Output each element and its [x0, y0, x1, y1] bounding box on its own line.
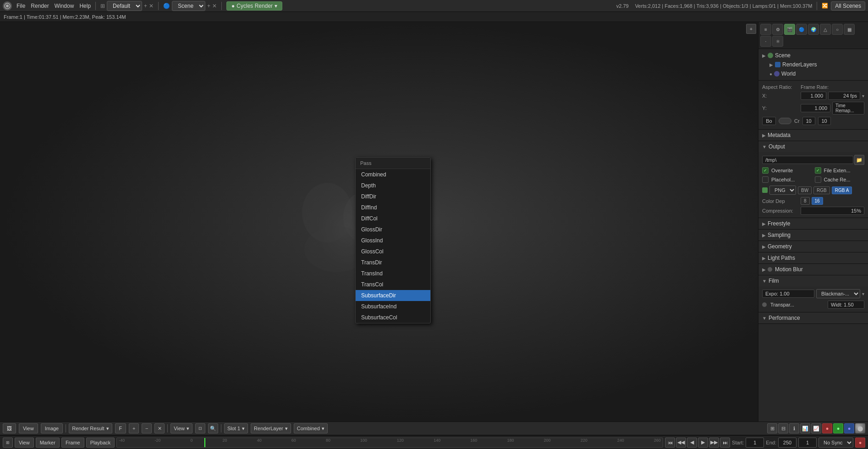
- sphere-icon[interactable]: ⬤: [855, 423, 865, 433]
- file-exten-check[interactable]: ✓: [815, 167, 821, 174]
- ball-icon[interactable]: ●: [844, 423, 854, 433]
- current-frame-input[interactable]: [798, 438, 817, 448]
- pass-item-subsurfaceind[interactable]: SubsurfaceInd: [356, 301, 430, 312]
- img-close-btn[interactable]: ✕: [154, 423, 165, 433]
- scene-close[interactable]: ✕: [212, 3, 217, 9]
- jump-end-btn[interactable]: ⏭: [720, 438, 730, 448]
- format-dropdown[interactable]: PNG: [769, 186, 796, 195]
- tl-ruler[interactable]: -40 -20 0 20 40 60 80 100 120 140 160 18…: [116, 438, 663, 448]
- bo-toggle[interactable]: [779, 118, 791, 124]
- workspace-add[interactable]: +: [144, 3, 147, 9]
- app-icon[interactable]: [3, 1, 12, 11]
- expand-btn[interactable]: +: [746, 24, 756, 34]
- scene-add[interactable]: +: [207, 3, 210, 9]
- zoom-icon[interactable]: 🔍: [208, 423, 218, 433]
- menu-help[interactable]: Help: [79, 3, 91, 9]
- compression-val[interactable]: 15%: [801, 207, 864, 215]
- panel-tab-scene[interactable]: 🔵: [796, 24, 807, 35]
- pass-item-transind[interactable]: TransInd: [356, 268, 430, 279]
- pass-item-glossind[interactable]: GlossInd: [356, 235, 430, 246]
- expand-icon[interactable]: +: [746, 24, 756, 34]
- bw-btn[interactable]: BW: [798, 186, 812, 194]
- performance-section[interactable]: ▼ Performance: [758, 312, 868, 324]
- zoom-fit-btn[interactable]: ⊡: [195, 423, 205, 433]
- render-area[interactable]: + Pass Combined Depth DiffDir DiffInd Di…: [0, 22, 758, 422]
- pass-item-subsurfacecol[interactable]: SubsurfaceCol: [356, 312, 430, 323]
- scene-dropdown[interactable]: Scene: [172, 1, 205, 11]
- tl-view-btn[interactable]: View: [15, 438, 34, 448]
- next-frame-btn[interactable]: ▶▶: [709, 438, 719, 448]
- sampling-section[interactable]: ▶ Sampling: [758, 230, 868, 241]
- x-value[interactable]: 1.000: [801, 92, 826, 100]
- play-btn[interactable]: ▶: [698, 438, 708, 448]
- jump-start-btn[interactable]: ⏮: [665, 438, 675, 448]
- scope-icon[interactable]: 📈: [811, 423, 821, 433]
- panel-tab-physics[interactable]: ⚛: [772, 36, 783, 47]
- val2[interactable]: 10: [818, 117, 831, 125]
- widt-value[interactable]: Widt: 1.50: [828, 301, 864, 309]
- panel-tab-particles[interactable]: ·: [760, 36, 771, 47]
- workspace-dropdown[interactable]: Default: [107, 1, 142, 11]
- area-type-btn[interactable]: 🖼: [3, 423, 16, 433]
- panel-tab-texture[interactable]: ▦: [844, 24, 855, 35]
- color-dep-8[interactable]: 8: [801, 197, 810, 205]
- tree-item-renderlayers[interactable]: ▶ RenderLayers: [758, 60, 868, 69]
- overwrite-check[interactable]: ✓: [762, 167, 769, 174]
- output-path[interactable]: [762, 156, 853, 164]
- time-remap[interactable]: Time Remap...: [832, 102, 864, 115]
- tree-item-world[interactable]: ● World: [758, 69, 868, 78]
- play-icon[interactable]: ●: [833, 423, 843, 433]
- motion-blur-section[interactable]: ▶ Motion Blur: [758, 264, 868, 275]
- prev-keyframe-btn[interactable]: ◀◀: [676, 438, 686, 448]
- rgb-btn[interactable]: RGB: [813, 186, 830, 194]
- pass-item-glossdir[interactable]: GlossDir: [356, 224, 430, 235]
- light-paths-section[interactable]: ▶ Light Paths: [758, 252, 868, 264]
- folder-btn[interactable]: 📁: [854, 155, 864, 165]
- fps-arrow[interactable]: ▾: [862, 93, 864, 99]
- end-input[interactable]: [778, 438, 797, 448]
- pass-item-transcol[interactable]: TransCol: [356, 279, 430, 290]
- color-dep-16[interactable]: 16: [812, 197, 823, 205]
- bo-value[interactable]: Bo: [762, 117, 776, 125]
- rgba-btn[interactable]: RGB A: [832, 186, 852, 194]
- pass-item-transdir[interactable]: TransDir: [356, 257, 430, 268]
- start-input[interactable]: [746, 438, 764, 448]
- pass-item-combined[interactable]: Combined: [356, 169, 430, 180]
- f-btn[interactable]: F: [115, 423, 126, 433]
- fps-value[interactable]: 24 fps: [828, 92, 860, 100]
- y-value[interactable]: 1.000: [801, 104, 830, 112]
- grid-icon[interactable]: ⊟: [778, 423, 788, 433]
- engine-dropdown[interactable]: ● Cycles Render ▾: [226, 1, 282, 11]
- pass-item-diffcol[interactable]: DiffCol: [356, 213, 430, 224]
- rec-tl-btn[interactable]: ●: [855, 438, 865, 448]
- tl-frame-btn[interactable]: Frame: [61, 438, 84, 448]
- rec-icon[interactable]: ●: [822, 423, 832, 433]
- tl-playback-btn[interactable]: Playback: [86, 438, 115, 448]
- image-btn[interactable]: Image: [41, 423, 63, 433]
- pass-dropdown[interactable]: Combined ▾: [294, 423, 328, 433]
- prev-frame-btn[interactable]: ◀: [687, 438, 697, 448]
- freestyle-section[interactable]: ▶ Freestyle: [758, 218, 868, 230]
- render-result-dropdown[interactable]: Render Result ▾: [69, 423, 112, 433]
- pass-item-glosscol[interactable]: GlossCol: [356, 246, 430, 257]
- view-btn[interactable]: View: [19, 423, 38, 433]
- pass-item-diffdir[interactable]: DiffDir: [356, 191, 430, 202]
- val1[interactable]: 10: [802, 117, 815, 125]
- panel-tab-properties[interactable]: ⚙: [772, 24, 783, 35]
- expo-value[interactable]: Expo: 1.00: [762, 290, 814, 298]
- histogram-icon[interactable]: 📊: [800, 423, 810, 433]
- cache-re-check[interactable]: ✓: [815, 176, 821, 183]
- render-layer-dropdown[interactable]: RenderLayer ▾: [251, 423, 291, 433]
- geometry-section[interactable]: ▶ Geometry: [758, 241, 868, 252]
- filter-dropdown[interactable]: Blackman-...: [816, 289, 860, 298]
- metadata-icon[interactable]: ℹ: [789, 423, 799, 433]
- tl-marker-btn[interactable]: Marker: [36, 438, 60, 448]
- pass-item-diffind[interactable]: DiffInd: [356, 202, 430, 213]
- placeholder-check[interactable]: ✓: [762, 176, 769, 183]
- tree-item-scene[interactable]: ▶ Scene: [758, 51, 868, 60]
- panel-tab-material[interactable]: ○: [832, 24, 843, 35]
- pass-item-subsurfacedir[interactable]: SubsurfaceDir: [356, 290, 430, 301]
- overlay-icon[interactable]: ⊞: [767, 423, 777, 433]
- all-scenes-btn[interactable]: All Scenes: [831, 1, 865, 11]
- output-header[interactable]: ▼ Output: [758, 141, 868, 152]
